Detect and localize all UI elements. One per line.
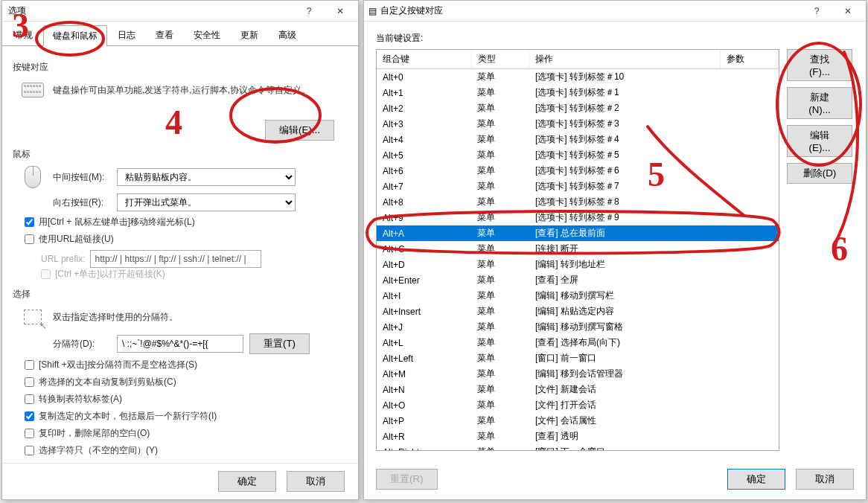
- options-footer: 确定 取消: [2, 463, 358, 499]
- keymap-footer: 重置(R) 确定 取消: [364, 461, 866, 497]
- chk-ctrl-single[interactable]: [41, 269, 51, 279]
- keymap-ok-button[interactable]: 确定: [727, 469, 785, 490]
- help-button[interactable]: ?: [294, 3, 324, 19]
- mouse-header: 鼠标: [13, 148, 348, 161]
- url-prefix-input[interactable]: [90, 250, 261, 268]
- table-row[interactable]: Alt+3菜单[选项卡] 转到标签＃3: [377, 116, 779, 132]
- help-button[interactable]: ?: [802, 3, 832, 19]
- edit-button[interactable]: 编辑(E)...: [787, 125, 852, 157]
- sep-reset-button[interactable]: 重置(T): [249, 333, 310, 354]
- options-dialog: 选项 ? ✕ 常规键盘和鼠标日志查看安全性更新高级 按键对应 键盘操作可由菜单功…: [1, 0, 359, 500]
- tab-1[interactable]: 键盘和鼠标: [43, 25, 107, 46]
- table-row[interactable]: Alt+4菜单[选项卡] 转到标签＃4: [377, 132, 779, 147]
- chk-trim-space[interactable]: [25, 429, 34, 438]
- tab-3[interactable]: 查看: [146, 25, 183, 45]
- table-row[interactable]: Alt+1菜单[选项卡] 转到标签＃1: [377, 85, 779, 100]
- chk-autocopy[interactable]: [25, 377, 34, 387]
- col-header[interactable]: 类型: [471, 50, 529, 69]
- table-row[interactable]: Alt+C菜单[连接] 断开: [377, 241, 779, 257]
- options-ok-button[interactable]: 确定: [218, 471, 276, 492]
- table-row[interactable]: Alt+9菜单[选项卡] 转到标签＃9: [377, 210, 779, 225]
- table-row[interactable]: Alt+5菜单[选项卡] 转到标签＃5: [377, 147, 779, 163]
- table-row[interactable]: Alt+P菜单[文件] 会话属性: [377, 413, 779, 429]
- chk-copy-nl-label: 复制选定的文本时，包括最后一个新行字符(I): [39, 410, 217, 423]
- selection-icon: [19, 305, 47, 329]
- table-row[interactable]: Alt+M菜单[编辑] 移到会话管理器: [377, 366, 779, 382]
- keyboard-icon: [19, 78, 47, 102]
- chk-shift-dbl-label: [Shift +双击]按分隔符而不是空格选择(S): [39, 359, 197, 371]
- chk-ctrl-click-label: 用[Ctrl + 鼠标左键单击]移动终端光标(L): [39, 216, 195, 228]
- col-header[interactable]: 操作: [529, 50, 721, 69]
- col-header[interactable]: 组合键: [377, 50, 471, 69]
- kb-edit-button[interactable]: 编辑(E)...: [265, 120, 334, 141]
- close-button[interactable]: ✕: [325, 3, 355, 19]
- chk-url[interactable]: [25, 234, 34, 244]
- table-row[interactable]: Alt+0菜单[选项卡] 转到标签＃10: [377, 69, 779, 86]
- delete-button[interactable]: 删除(D): [787, 163, 852, 184]
- reset-button[interactable]: 重置(R): [376, 469, 438, 490]
- find-button[interactable]: 查找(F)...: [787, 49, 852, 81]
- chk-url-label: 使用URL超链接(U): [39, 233, 114, 246]
- table-row[interactable]: Alt+2菜单[选项卡] 转到标签＃2: [377, 100, 779, 116]
- middle-btn-select[interactable]: 粘贴剪贴板内容。: [117, 168, 296, 186]
- table-row[interactable]: Alt+L菜单[查看] 选择布局(向下): [377, 335, 779, 350]
- chk-sel-nonspace[interactable]: [25, 446, 34, 455]
- table-row[interactable]: Alt+Enter菜单[查看] 全屏: [377, 272, 779, 288]
- col-header[interactable]: 参数: [721, 50, 779, 69]
- kb-header: 按键对应: [13, 61, 348, 74]
- keymap-cancel-button[interactable]: 取消: [796, 469, 854, 490]
- table-row[interactable]: Alt+J菜单[编辑] 移动到撰写窗格: [377, 319, 779, 335]
- keymap-title: 自定义按键对应: [377, 4, 802, 17]
- table-row[interactable]: Alt+A菜单[查看] 总在最前面: [377, 225, 779, 241]
- mouse-icon: [19, 165, 47, 189]
- options-title: 选项: [5, 4, 294, 17]
- chk-tab-soft-label: 转换制表符软标签(A): [39, 393, 122, 406]
- keymap-side-buttons: 查找(F)... 新建(N)... 编辑(E)... 删除(D): [787, 49, 854, 451]
- table-row[interactable]: Alt+O菜单[文件] 打开会话: [377, 397, 779, 413]
- table-row[interactable]: Alt+Insert菜单[编辑] 粘贴选定内容: [377, 304, 779, 319]
- chk-trim-space-label: 复印时，删除尾部的空白(O): [39, 427, 150, 440]
- options-cancel-button[interactable]: 取消: [287, 471, 345, 492]
- chk-sel-nonspace-label: 选择字符只（不空的空间）(Y): [39, 444, 158, 457]
- chk-tab-soft[interactable]: [25, 394, 34, 404]
- table-row[interactable]: Alt+D菜单[编辑] 转到地址栏: [377, 257, 779, 272]
- table-row[interactable]: Alt+6菜单[选项卡] 转到标签＃6: [377, 163, 779, 179]
- chk-shift-dbl[interactable]: [25, 360, 34, 370]
- middle-btn-label: 中间按钮(M):: [53, 171, 111, 184]
- kb-desc: 键盘操作可由菜单功能,发送字符串,运行脚本,协议命令等自定义。: [53, 84, 348, 97]
- url-prefix-label: URL prefix:: [41, 254, 86, 264]
- chk-ctrl-single-label: [Ctrl +单击]以打开超链接(K): [55, 268, 165, 281]
- table-row[interactable]: Alt+8菜单[选项卡] 转到标签＃8: [377, 194, 779, 210]
- table-row[interactable]: Alt+N菜单[文件] 新建会话: [377, 382, 779, 397]
- close-button[interactable]: ✕: [833, 3, 863, 19]
- keymap-table-wrap: 组合键类型操作参数 Alt+0菜单[选项卡] 转到标签＃10Alt+1菜单[选项…: [376, 49, 779, 451]
- table-row[interactable]: Alt+Left菜单[窗口] 前一窗口: [377, 350, 779, 366]
- table-row[interactable]: Alt+7菜单[选项卡] 转到标签＃7: [377, 179, 779, 194]
- right-btn-select[interactable]: 打开弹出式菜单。: [117, 193, 296, 211]
- right-btn-label: 向右按钮(R):: [53, 196, 111, 209]
- keymap-dialog: ▤ 自定义按键对应 ? ✕ 当前键设置: 组合键类型操作参数 Alt+0菜单[选…: [363, 0, 867, 500]
- chk-autocopy-label: 将选择的文本自动复制到剪贴板(C): [39, 376, 176, 388]
- table-row[interactable]: Alt+R菜单[查看] 透明: [377, 429, 779, 444]
- tab-4[interactable]: 安全性: [184, 25, 230, 45]
- options-tabs: 常规键盘和鼠标日志查看安全性更新高级: [2, 22, 358, 46]
- tab-6[interactable]: 高级: [269, 25, 306, 45]
- select-desc: 双击指定选择时使用的分隔符。: [53, 311, 178, 324]
- sep-label: 分隔符(D):: [53, 338, 111, 350]
- chk-ctrl-click[interactable]: [25, 217, 34, 227]
- tab-5[interactable]: 更新: [231, 25, 268, 45]
- tab-0[interactable]: 常规: [5, 25, 42, 45]
- chk-copy-nl[interactable]: [25, 411, 34, 421]
- keymap-titlebar: ▤ 自定义按键对应 ? ✕: [364, 1, 866, 22]
- app-icon: ▤: [367, 6, 377, 16]
- keymap-table[interactable]: 组合键类型操作参数 Alt+0菜单[选项卡] 转到标签＃10Alt+1菜单[选项…: [377, 50, 779, 451]
- sep-input[interactable]: [117, 335, 243, 353]
- table-row[interactable]: Alt+I菜单[编辑] 移动到撰写栏: [377, 288, 779, 304]
- table-row[interactable]: Alt+Right菜单[窗口] 下一个窗口: [377, 444, 779, 451]
- current-settings-label: 当前键设置:: [376, 32, 854, 45]
- select-header: 选择: [13, 288, 348, 301]
- new-button[interactable]: 新建(N)...: [787, 87, 852, 119]
- options-titlebar: 选项 ? ✕: [2, 1, 358, 22]
- tab-2[interactable]: 日志: [108, 25, 145, 45]
